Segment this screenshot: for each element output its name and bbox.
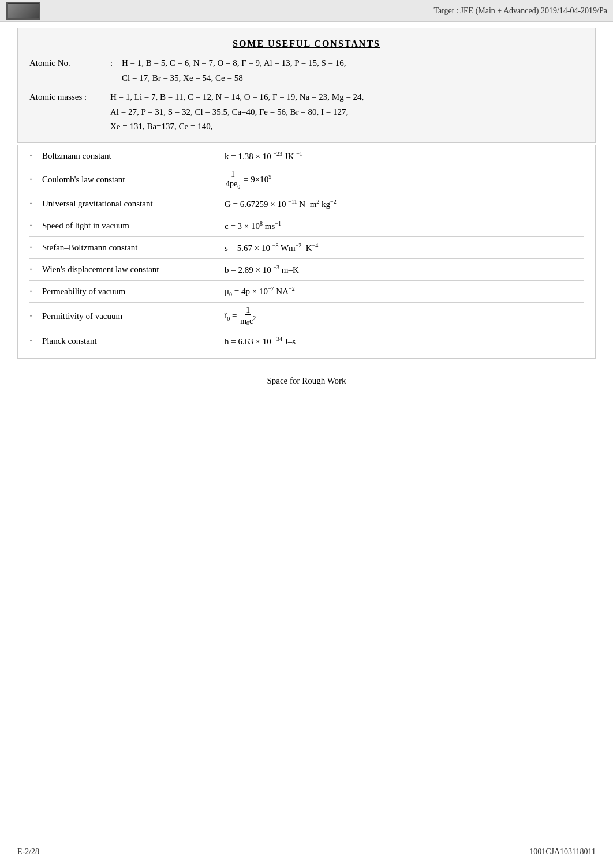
constant-bullet: · xyxy=(29,241,40,254)
constant-name: Universal gravitational constant xyxy=(40,199,225,209)
constants-list: ·Boltzmann constantk = 1.38 × 10 −23 JK … xyxy=(29,145,584,352)
constant-bullet: · xyxy=(29,285,40,298)
constant-value: k = 1.38 × 10 −23 JK −1 xyxy=(225,151,584,161)
constant-bullet: · xyxy=(29,149,40,163)
header-logo xyxy=(6,2,40,20)
constant-row: ·Planck constanth = 6.63 × 10 −34 J–s xyxy=(29,330,584,352)
header-title: Target : JEE (Main + Advanced) 2019/14-0… xyxy=(433,6,607,16)
constant-bullet: · xyxy=(29,197,40,211)
top-section: SOME USEFUL CONSTANTS Atomic No. : H = 1… xyxy=(17,28,596,143)
atomic-masses-row: Atomic masses : H = 1, Li = 7, B = 11, C… xyxy=(29,88,584,137)
constant-bullet: · xyxy=(29,219,40,232)
constant-value: μ0 = 4p × 10−7 NA−2 xyxy=(225,285,584,298)
atomic-no-row: Atomic No. : H = 1, B = 5, C = 6, N = 7,… xyxy=(29,54,584,88)
constant-bullet: · xyxy=(29,310,40,323)
constant-name: Planck constant xyxy=(40,336,225,346)
atomic-masses-label: Atomic masses : xyxy=(29,90,110,134)
constant-name: Stefan–Boltzmann constant xyxy=(40,243,225,253)
constant-row: ·Wien's displacement law constantb = 2.8… xyxy=(29,259,584,281)
footer-right: 1001CJA103118011 xyxy=(529,847,596,856)
constant-row: ·Stefan–Boltzmann constants = 5.67 × 10 … xyxy=(29,237,584,259)
constant-value: s = 5.67 × 10 −8 Wm−2–K−4 xyxy=(225,242,584,253)
constant-value: 14pe0 = 9×109 xyxy=(225,170,584,190)
header-bar: Target : JEE (Main + Advanced) 2019/14-0… xyxy=(0,0,613,22)
constant-name: Coulomb's law constant xyxy=(40,175,225,185)
atomic-no-content: H = 1, B = 5, C = 6, N = 7, O = 8, F = 9… xyxy=(122,56,584,85)
constant-row: ·Permeability of vacuumμ0 = 4p × 10−7 NA… xyxy=(29,281,584,303)
atomic-masses-line2: Al = 27, P = 31, S = 32, Cl = 35.5, Ca=4… xyxy=(110,105,584,120)
content-area: SOME USEFUL CONSTANTS Atomic No. : H = 1… xyxy=(0,22,613,397)
constant-value: î0 = 1m0c2 xyxy=(225,306,584,327)
constant-bullet: · xyxy=(29,173,40,186)
constant-value: G = 6.67259 × 10 −11 N–m2 kg−2 xyxy=(225,198,584,209)
constant-row: ·Coulomb's law constant14pe0 = 9×109 xyxy=(29,167,584,193)
constant-bullet: · xyxy=(29,263,40,276)
constant-name: Speed of light in vacuum xyxy=(40,221,225,231)
rough-work-label: Space for Rough Work xyxy=(17,376,596,386)
constant-value: h = 6.63 × 10 −34 J–s xyxy=(225,336,584,347)
page: Target : JEE (Main + Advanced) 2019/14-0… xyxy=(0,0,613,868)
constant-row: ·Permittivity of vacuumî0 = 1m0c2 xyxy=(29,303,584,330)
footer-left: E-2/28 xyxy=(17,847,39,856)
constant-value: b = 2.89 × 10 −3 m–K xyxy=(225,264,584,275)
section-title: SOME USEFUL CONSTANTS xyxy=(29,39,584,49)
atomic-no-line2: Cl = 17, Br = 35, Xe = 54, Ce = 58 xyxy=(122,71,584,86)
constant-name: Boltzmann constant xyxy=(40,151,225,161)
constant-row: ·Speed of light in vacuumc = 3 × 108 ms−… xyxy=(29,215,584,237)
atomic-masses-content: H = 1, Li = 7, B = 11, C = 12, N = 14, O… xyxy=(110,90,584,134)
constant-name: Wien's displacement law constant xyxy=(40,265,225,275)
constant-value: c = 3 × 108 ms−1 xyxy=(225,220,584,231)
logo-image xyxy=(8,3,39,18)
atomic-masses-line1: H = 1, Li = 7, B = 11, C = 12, N = 14, O… xyxy=(110,90,584,105)
atomic-no-label: Atomic No. xyxy=(29,56,110,85)
constant-name: Permittivity of vacuum xyxy=(40,311,225,321)
constants-section: ·Boltzmann constantk = 1.38 × 10 −23 JK … xyxy=(17,145,596,359)
constant-row: ·Boltzmann constantk = 1.38 × 10 −23 JK … xyxy=(29,145,584,167)
constant-bullet: · xyxy=(29,335,40,348)
constant-row: ·Universal gravitational constantG = 6.6… xyxy=(29,193,584,215)
footer-bar: E-2/28 1001CJA103118011 xyxy=(17,847,596,856)
constant-name: Permeability of vacuum xyxy=(40,287,225,296)
atomic-masses-line3: Xe = 131, Ba=137, Ce = 140, xyxy=(110,119,584,134)
atomic-no-line1: H = 1, B = 5, C = 6, N = 7, O = 8, F = 9… xyxy=(122,56,584,71)
atomic-no-colon: : xyxy=(110,56,122,85)
